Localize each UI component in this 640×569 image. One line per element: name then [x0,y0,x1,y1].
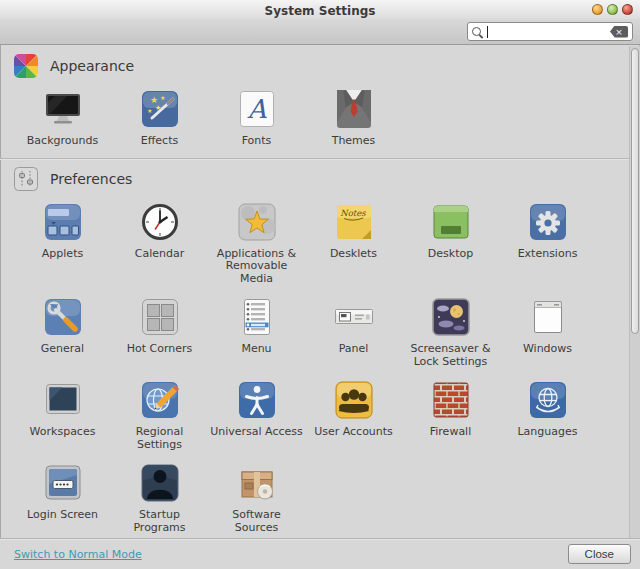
suit-icon [332,87,376,131]
panel-icon [332,295,376,339]
color-wheel-icon [14,54,38,78]
settings-item-languages[interactable]: Languages [499,378,596,451]
package-box-icon [235,461,279,505]
item-label: Screensaver & Lock Settings [410,343,490,368]
svg-text:★: ★ [160,94,165,101]
item-label: Languages [517,426,577,439]
settings-item-fonts[interactable]: AFonts [208,87,305,148]
settings-item-login-screen[interactable]: Login Screen [14,461,111,534]
hot-corners-icon [138,295,182,339]
maximize-orb-icon[interactable] [607,4,618,15]
settings-item-backgrounds[interactable]: Backgrounds [14,87,111,148]
window-title: System Settings [265,4,376,18]
settings-item-panel[interactable]: Panel [305,295,402,368]
settings-item-software-sources[interactable]: Software Sources [208,461,305,534]
item-label: Firewall [430,426,471,439]
search-input[interactable] [488,25,610,39]
item-label: Applets [42,248,83,261]
footer-bar: Switch to Normal Mode Close [0,538,640,569]
applets-panel-icon [41,200,85,244]
settings-item-applications-removable-media[interactable]: Applications & Removable Media [208,200,305,286]
section-title: Preferences [50,171,132,187]
settings-item-hot-corners[interactable]: Hot Corners [111,295,208,368]
section-header-preferences: Preferences [0,159,640,196]
item-label: Windows [523,343,572,356]
sliders-icon [14,167,38,191]
un-globe-icon [526,378,570,422]
settings-item-menu[interactable]: Menu [208,295,305,368]
accessibility-icon [235,378,279,422]
night-sky-icon [429,295,473,339]
minimize-orb-icon[interactable] [592,4,603,15]
tools-icon [41,295,85,339]
close-orb-icon[interactable] [622,4,633,15]
settings-item-firewall[interactable]: Firewall [402,378,499,451]
settings-item-screensaver-lock-settings[interactable]: Screensaver & Lock Settings [402,295,499,368]
section-preferences: PreferencesAppletsCalendarApplications &… [0,158,640,539]
section-title: Appearance [50,58,134,74]
settings-sections: AppearanceBackgrounds★★★★EffectsAFontsTh… [0,46,640,538]
menu-list-icon [235,295,279,339]
settings-item-general[interactable]: General [14,295,111,368]
item-label: Hot Corners [127,343,193,356]
scrollbar-thumb[interactable] [631,48,639,334]
item-label: Desklets [330,248,377,261]
close-button[interactable]: Close [568,544,631,564]
svg-text:★: ★ [147,107,152,114]
item-label: Panel [339,343,369,356]
item-label: Regional Settings [136,426,183,451]
settings-item-regional-settings[interactable]: Regional Settings [111,378,208,451]
settings-content: AppearanceBackgrounds★★★★EffectsAFontsTh… [0,46,640,538]
item-label: Software Sources [232,509,281,534]
switch-mode-link[interactable]: Switch to Normal Mode [14,548,142,561]
settings-item-windows[interactable]: Windows [499,295,596,368]
scrollbar-track[interactable] [629,46,640,538]
settings-item-user-accounts[interactable]: User Accounts [305,378,402,451]
settings-item-calendar[interactable]: Calendar [111,200,208,286]
brick-wall-icon [429,378,473,422]
item-label: Applications & Removable Media [217,248,296,286]
settings-item-desklets[interactable]: NotesDesklets [305,200,402,286]
svg-text:A: A [246,94,267,124]
person-silhouette-icon [138,461,182,505]
window-frame-icon [526,295,570,339]
monitor-icon [41,87,85,131]
settings-item-universal-access[interactable]: Universal Access [208,378,305,451]
clock-icon [138,200,182,244]
settings-item-themes[interactable]: Themes [305,87,402,148]
svg-text:Notes: Notes [340,208,366,218]
section-items-appearance: Backgrounds★★★★EffectsAFontsThemes [0,83,640,158]
item-label: Extensions [518,248,578,261]
search-strip: × [0,19,640,45]
settings-item-applets[interactable]: Applets [14,200,111,286]
item-label: Themes [332,135,376,148]
section-header-appearance: Appearance [0,46,640,83]
search-box[interactable]: × [467,22,633,41]
user-group-icon [332,378,376,422]
gear-icon [526,200,570,244]
settings-item-desktop[interactable]: Desktop [402,200,499,286]
star-icon [235,200,279,244]
item-label: Menu [241,343,271,356]
sticky-note-icon: Notes [332,200,376,244]
desktop-icon [429,200,473,244]
section-items-preferences: AppletsCalendarApplications & Removable … [0,196,640,539]
titlebar: System Settings [0,0,640,19]
workspaces-icon [41,378,85,422]
search-icon [472,27,481,36]
font-letter-icon: A [235,87,279,131]
window-controls [592,4,633,15]
section-appearance: AppearanceBackgrounds★★★★EffectsAFontsTh… [0,46,640,158]
item-label: Startup Programs [133,509,185,534]
clear-icon[interactable]: × [610,26,628,38]
settings-item-startup-programs[interactable]: Startup Programs [111,461,208,534]
item-label: Login Screen [27,509,98,522]
settings-item-effects[interactable]: ★★★★Effects [111,87,208,148]
settings-item-extensions[interactable]: Extensions [499,200,596,286]
settings-item-workspaces[interactable]: Workspaces [14,378,111,451]
item-label: Universal Access [210,426,303,439]
item-label: Fonts [242,135,272,148]
item-label: Desktop [428,248,473,261]
item-label: Calendar [135,248,184,261]
globe-pencil-icon [138,378,182,422]
